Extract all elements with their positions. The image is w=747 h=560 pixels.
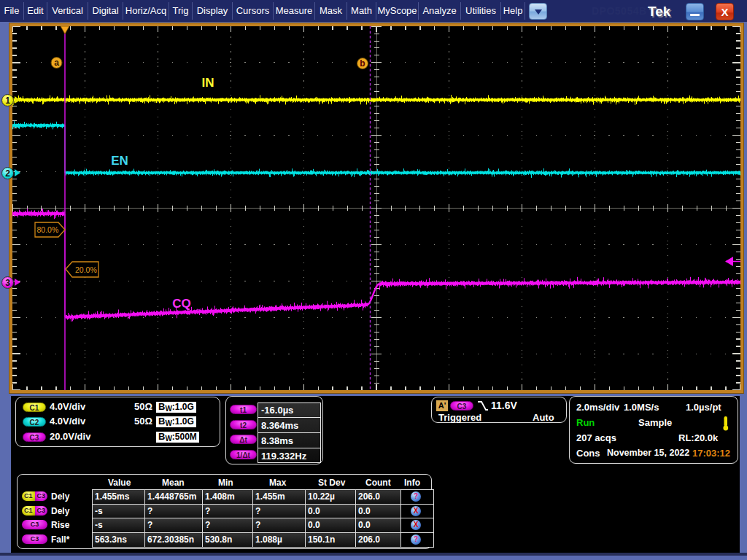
svg-text:a: a [54,58,59,68]
svg-text:b: b [360,58,365,69]
svg-text:CQ: CQ [172,297,191,311]
svg-text:IN: IN [202,76,214,90]
svg-text:80.0%: 80.0% [37,225,59,234]
svg-text:20.0%: 20.0% [75,265,97,274]
svg-text:EN: EN [111,154,128,168]
